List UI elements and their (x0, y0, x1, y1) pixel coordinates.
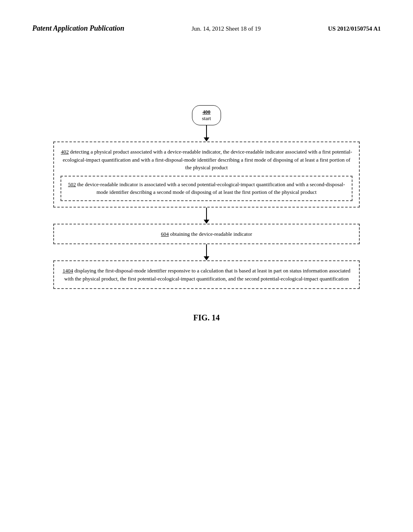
start-node-text: start (202, 115, 211, 122)
arrow-head-2 (204, 220, 209, 224)
box-1404-text: 1404 displaying the first-disposal-mode … (62, 267, 351, 283)
step-502-content: the device-readable indicator is associa… (77, 181, 345, 195)
box-1404: 1404 displaying the first-disposal-mode … (53, 260, 360, 289)
step-402-content: detecting a physical product associated … (63, 149, 352, 170)
patent-page: Patent Application Publication Jun. 14, … (0, 0, 413, 532)
box-604-text: 604 obtaining the device-readable indica… (60, 230, 353, 238)
arrow-402-to-604 (204, 208, 209, 224)
step-1404-content: displaying the first-disposal-mode ident… (64, 268, 350, 282)
arrow-604-to-1404 (204, 244, 209, 260)
step-604-content: obtaining the device-readable indicator (170, 231, 252, 237)
arrow-line-2 (206, 208, 207, 220)
arrow-line-3 (206, 244, 207, 256)
step-402-num: 402 (61, 149, 69, 155)
arrow-start-to-402 (204, 125, 209, 141)
header-publication-label: Patent Application Publication (32, 24, 124, 33)
header-patent-number: US 2012/0150754 A1 (328, 25, 381, 32)
start-node-label: 400 (202, 109, 211, 115)
box-402-text: 402 detecting a physical product associa… (60, 148, 353, 172)
page-header: Patent Application Publication Jun. 14, … (32, 24, 381, 33)
header-date-sheet: Jun. 14, 2012 Sheet 18 of 19 (192, 25, 261, 32)
start-node: 400 start (192, 105, 221, 125)
box-502-inner: 502 the device-readable indicator is ass… (60, 176, 353, 201)
arrow-line-1 (206, 125, 207, 137)
step-1404-num: 1404 (63, 268, 73, 274)
box-604: 604 obtaining the device-readable indica… (53, 224, 360, 245)
step-502-num: 502 (68, 181, 76, 187)
figure-label: FIG. 14 (32, 313, 381, 322)
flow-diagram: 400 start 402 detecting a physical produ… (32, 105, 381, 289)
arrow-head-3 (204, 256, 209, 260)
step-604-num: 604 (161, 231, 169, 237)
arrow-head-1 (204, 137, 209, 141)
box-402-outer: 402 detecting a physical product associa… (53, 141, 360, 208)
box-502-text: 502 the device-readable indicator is ass… (67, 181, 346, 196)
